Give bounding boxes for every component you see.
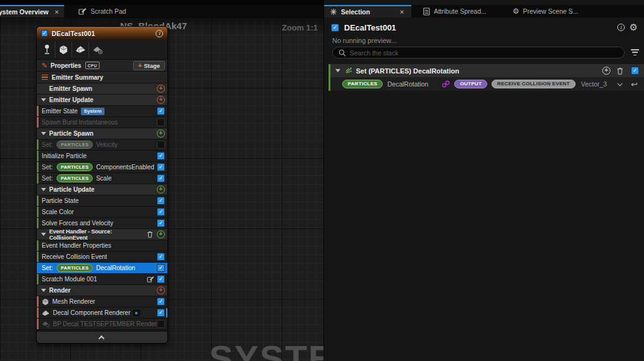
group-emitter-spawn[interactable]: Emitter Spawn <box>37 83 167 95</box>
module-set-decalrotation-selected[interactable]: Set: PARTICLES DecalRotation <box>37 263 167 274</box>
collapse-arrow-icon[interactable] <box>41 188 46 191</box>
collapse-arrow-icon[interactable] <box>335 69 340 72</box>
emitter-summary-row[interactable]: Emitter Summary <box>37 72 167 83</box>
group-particle-spawn[interactable]: Particle Spawn <box>37 128 167 139</box>
tab-attribute-spreadsheet[interactable]: Attribute Spread... <box>418 5 492 17</box>
collapse-arrow-icon[interactable] <box>41 233 46 236</box>
group-particle-update[interactable]: Particle Update <box>37 184 167 195</box>
group-emitter-update[interactable]: Emitter Update <box>37 95 167 106</box>
renderer-bp-decal-testseptember[interactable]: BP Decal TESTSEPTEMBER Renderer <box>37 319 167 330</box>
add-renderer-button[interactable] <box>157 286 165 294</box>
tab-scratch-pad[interactable]: Scratch Pad <box>73 5 131 17</box>
info-icon[interactable] <box>617 24 625 31</box>
add-module-button[interactable] <box>157 96 165 104</box>
receive-collision-event-badge: RECEIVE COLLISION EVENT <box>492 80 576 89</box>
module-spawn-burst-instantaneous[interactable]: Spawn Burst Instantaneous <box>37 117 167 128</box>
module-set-componentsenabled[interactable]: Set: PARTICLES ComponentsEnabled <box>37 162 167 173</box>
system-badge: System <box>81 108 105 115</box>
stack-search-box[interactable] <box>332 47 625 59</box>
info-icon[interactable] <box>156 30 163 37</box>
close-icon[interactable]: × <box>55 8 58 16</box>
properties-row[interactable]: ✎ Properties CPU + Stage <box>37 60 167 72</box>
collapse-arrow-icon[interactable] <box>41 289 46 292</box>
module-enabled-checkbox[interactable] <box>631 67 639 75</box>
module-scratch-module-001[interactable]: Scratch Module 001 <box>37 274 167 285</box>
module-emitter-state[interactable]: Emitter State System <box>37 106 167 117</box>
add-module-button[interactable] <box>157 185 165 194</box>
system-overview-graph[interactable]: NS_BloodAk47 Zoom 1:1 SYSTEM DEcalTest00… <box>0 17 324 361</box>
selection-tab-icon <box>330 8 337 16</box>
module-particle-state[interactable]: Particle State <box>37 195 167 207</box>
module-scale-color[interactable]: Scale Color <box>37 207 167 218</box>
collapse-node-button[interactable] <box>37 332 167 343</box>
renderer-decal-component[interactable]: Decal Component Renderer <box>37 307 167 319</box>
particles-pill: PARTICLES <box>57 141 93 149</box>
renderer-enabled-checkbox[interactable] <box>157 298 165 306</box>
collapse-arrow-icon[interactable] <box>41 132 46 135</box>
reset-to-default-icon[interactable] <box>631 80 638 88</box>
sprite-renderer-icon[interactable] <box>39 42 55 58</box>
module-initialize-particle[interactable]: Initialize Particle <box>37 151 167 162</box>
filter-icon[interactable] <box>631 49 639 55</box>
module-enabled-checkbox[interactable] <box>157 163 165 171</box>
bp-decal-renderer-icon[interactable] <box>89 42 106 58</box>
module-enabled-checkbox[interactable] <box>157 219 165 227</box>
module-set-velocity[interactable]: Set: PARTICLES Velocity <box>37 139 167 151</box>
group-event-handler[interactable]: Event Handler - Source: CollisionEvent <box>37 229 167 240</box>
scratch-pad-icon <box>78 7 86 15</box>
module-event-handler-properties[interactable]: Event Handler Properties <box>37 240 167 251</box>
module-receive-collision-event[interactable]: Receive Collision Event <box>37 251 167 263</box>
close-icon[interactable]: × <box>400 8 404 16</box>
emitter-node-header[interactable]: DEcalTest001 <box>37 27 167 40</box>
collapse-arrow-icon[interactable] <box>41 98 46 101</box>
set-module-icon <box>345 67 352 74</box>
delete-event-handler-button[interactable] <box>147 231 153 238</box>
tab-label: System Overview <box>0 8 49 16</box>
chevron-down-icon[interactable] <box>617 81 622 86</box>
mesh-renderer-icon[interactable] <box>55 42 72 58</box>
emitter-enabled-checkbox[interactable] <box>331 24 339 32</box>
module-enabled-checkbox[interactable] <box>157 174 165 182</box>
module-solve-forces-and-velocity[interactable]: Solve Forces and Velocity <box>37 218 167 229</box>
particles-pill: PARTICLES <box>342 80 383 89</box>
decal-renderer-icon <box>42 310 50 316</box>
module-enabled-checkbox[interactable] <box>157 141 165 149</box>
group-render[interactable]: Render <box>37 285 167 296</box>
mesh-renderer-icon <box>42 298 49 306</box>
tab-selection[interactable]: Selection × <box>324 5 411 17</box>
settings-gear-icon[interactable] <box>630 23 638 32</box>
module-enabled-checkbox[interactable] <box>157 275 165 283</box>
module-enabled-checkbox[interactable] <box>157 264 165 272</box>
module-enabled-checkbox[interactable] <box>157 118 165 126</box>
module-enabled-checkbox[interactable] <box>157 253 165 261</box>
module-enabled-checkbox[interactable] <box>157 208 165 216</box>
emitter-title: DEcalTest001 <box>52 30 95 37</box>
emitter-node[interactable]: DEcalTest001 <box>36 26 168 344</box>
particles-pill: PARTICLES <box>57 174 93 183</box>
renderer-enabled-checkbox[interactable] <box>157 309 165 317</box>
module-set-scale[interactable]: Set: PARTICLES Scale <box>37 173 167 184</box>
tab-system-overview[interactable]: System Overview × <box>0 5 64 17</box>
delete-module-button[interactable] <box>617 67 623 75</box>
bp-decal-renderer-icon <box>42 321 50 327</box>
output-badge: OUTPUT <box>454 80 487 89</box>
add-module-button[interactable] <box>157 230 165 238</box>
module-enabled-checkbox[interactable] <box>157 197 165 205</box>
renderer-enabled-checkbox[interactable] <box>157 320 165 328</box>
summary-list-icon <box>42 75 48 80</box>
insert-module-button[interactable] <box>602 67 610 75</box>
left-tab-bar: System Overview × Scratch Pad <box>0 5 324 17</box>
module-enabled-checkbox[interactable] <box>157 107 165 115</box>
parameter-row-decalrotation[interactable]: PARTICLES DecalRotation OUTPUT RECEIVE C… <box>329 77 644 91</box>
renderer-mesh[interactable]: Mesh Renderer <box>37 296 167 307</box>
tab-preview-scene-settings[interactable]: Preview Scene S... <box>507 5 584 17</box>
add-module-button[interactable] <box>157 85 165 93</box>
add-stage-button[interactable]: + Stage <box>133 61 165 70</box>
emitter-enabled-checkbox[interactable] <box>41 30 48 37</box>
selected-renderer-marker <box>166 308 167 317</box>
decal-renderer-icon[interactable] <box>72 42 89 58</box>
add-module-button[interactable] <box>157 129 165 138</box>
stack-item-set-decalrotation[interactable]: Set (PARTICLES) DecalRotation <box>329 64 644 77</box>
module-enabled-checkbox[interactable] <box>157 152 165 160</box>
search-input[interactable] <box>350 49 618 57</box>
